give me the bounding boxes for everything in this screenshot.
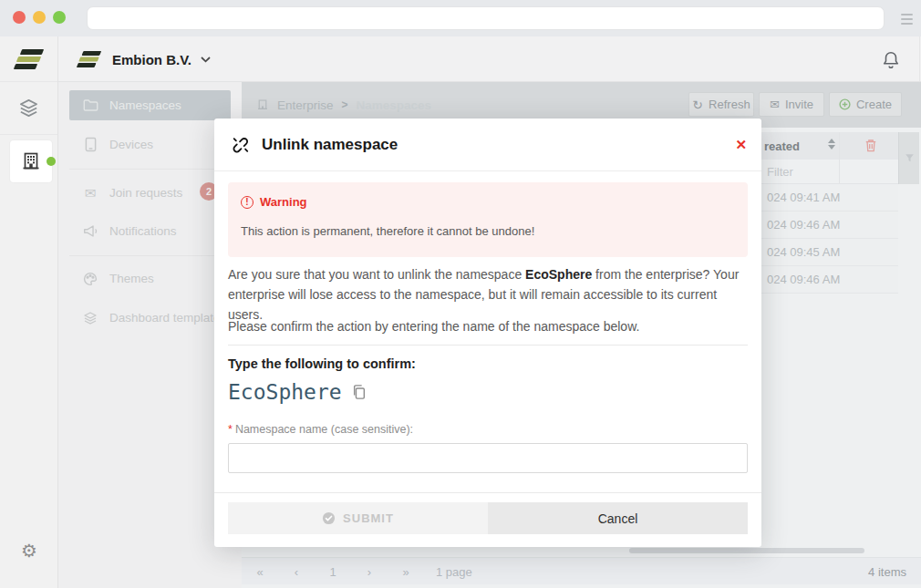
app-header: Embion B.V. [58, 36, 921, 82]
create-button[interactable]: Create [829, 92, 902, 117]
horizontal-scrollbar[interactable] [629, 548, 864, 553]
pagination-bar: « ‹ 1 › » 1 page 4 items [242, 557, 921, 584]
invite-button-label: Invite [785, 98, 813, 111]
required-asterisk: * [228, 423, 233, 436]
icon-rail: ⚙ [0, 36, 58, 588]
pagination-page-info: 1 page [436, 565, 472, 579]
namespace-input-label: *Namespace name (case sensitive): [228, 423, 413, 436]
rail-item-settings[interactable]: ⚙ [0, 540, 58, 562]
funnel-icon [905, 153, 915, 163]
refresh-icon: ↻ [692, 98, 703, 111]
created-cell: 024 09:46 AM [767, 218, 840, 232]
submit-button-label: SUBMIT [343, 511, 394, 525]
rail-item-enterprise[interactable] [0, 135, 57, 194]
sidebar-item-themes[interactable]: Themes [69, 263, 231, 294]
table-settings-column-header[interactable] [898, 132, 919, 184]
breadcrumb-namespaces: Namespaces [357, 98, 432, 112]
sidebar-item-label: Dashboard templates [109, 311, 226, 325]
breadcrumb-separator: > [342, 98, 348, 111]
enterprise-online-dot [47, 157, 56, 166]
layers-icon [82, 311, 98, 325]
namespace-confirm-value: EcoSphere [228, 380, 342, 404]
pagination-last-button[interactable]: » [388, 558, 424, 585]
input-label-text: Namespace name (case sensitive): [235, 423, 413, 436]
cancel-button-label: Cancel [598, 511, 638, 526]
layers-icon [18, 98, 39, 119]
sidebar-item-namespaces[interactable]: Namespaces [69, 90, 231, 120]
header-divider [919, 36, 920, 81]
browser-chrome [0, 0, 921, 36]
created-column-header[interactable]: reated [764, 139, 800, 153]
filter-input[interactable]: Filter [767, 165, 793, 179]
sidebar-item-devices[interactable]: Devices [69, 129, 231, 160]
notifications-bell-button[interactable] [881, 49, 901, 70]
refresh-button[interactable]: ↻ Refresh [688, 92, 754, 117]
sidebar-item-notifications[interactable]: Notifications [69, 216, 231, 246]
sidebar-divider [69, 255, 231, 256]
chevron-down-icon [201, 57, 211, 63]
modal-divider [228, 345, 748, 346]
confirm-instruction-text: Please confirm the action by entering th… [228, 316, 748, 336]
close-icon[interactable]: ✕ [735, 137, 747, 153]
sidebar-item-dashboard-templates[interactable]: Dashboard templates [69, 303, 231, 333]
warning-text: This action is permanent, therefore it c… [241, 224, 534, 238]
window-minimize-button[interactable] [33, 11, 46, 24]
warning-alert: ! Warning This action is permanent, ther… [228, 182, 748, 257]
plus-circle-icon [839, 98, 851, 110]
create-button-label: Create [856, 98, 892, 111]
sidebar-item-label: Namespaces [109, 98, 181, 112]
pagination-first-button[interactable]: « [242, 558, 278, 585]
breadcrumb-enterprise[interactable]: Enterprise [277, 98, 334, 112]
warning-circle-icon: ! [241, 196, 254, 209]
unlink-icon [231, 135, 251, 155]
building-icon [256, 98, 269, 111]
megaphone-icon [82, 224, 98, 238]
org-name: Embion B.V. [112, 52, 191, 67]
body-namespace-name: EcoSphere [525, 267, 592, 282]
rail-logo[interactable] [0, 36, 57, 82]
refresh-button-label: Refresh [709, 98, 750, 111]
bell-icon [881, 49, 901, 70]
envelope-icon: ✉ [770, 98, 780, 110]
namespace-name-input[interactable] [228, 443, 748, 473]
sort-icon[interactable] [828, 139, 835, 150]
pagination-next-button[interactable]: › [351, 558, 388, 585]
browser-menu-icon[interactable] [901, 11, 913, 27]
palette-icon [82, 272, 98, 286]
address-bar[interactable] [87, 6, 885, 30]
app-root: ⚙ Embion B.V. Namespac [0, 0, 921, 588]
modal-footer-divider [214, 492, 761, 493]
sidebar-item-label: Notifications [109, 224, 177, 238]
invite-button[interactable]: ✉ Invite [759, 92, 824, 117]
modal-title: Unlink namespace [262, 136, 398, 154]
window-zoom-button[interactable] [53, 11, 66, 24]
sidebar-item-label: Devices [109, 138, 153, 151]
unlink-namespace-modal: Unlink namespace ✕ ! Warning This action… [214, 119, 761, 547]
created-cell: 024 09:41 AM [767, 191, 840, 204]
body-text-pre: Are you sure that you want to unlink the… [228, 267, 525, 282]
warning-title: Warning [260, 195, 307, 209]
org-switcher[interactable]: Embion B.V. [75, 36, 211, 82]
embion-logo-icon [78, 49, 100, 68]
type-to-confirm-label: Type the following to confirm: [228, 356, 416, 371]
window-close-button[interactable] [13, 11, 26, 24]
embion-logo-icon [15, 47, 43, 71]
pagination-items-count: 4 items [868, 565, 906, 579]
pagination-prev-button[interactable]: ‹ [278, 558, 315, 585]
created-cell: 024 09:45 AM [767, 245, 840, 259]
sidebar-item-label: Join requests [109, 186, 182, 200]
sidebar-item-label: Themes [109, 272, 154, 285]
gear-icon: ⚙ [21, 540, 37, 562]
modal-header: Unlink namespace ✕ [214, 119, 761, 171]
envelope-icon: ✉ [82, 185, 98, 201]
rail-item-stacks[interactable] [0, 82, 57, 135]
device-icon [82, 137, 98, 152]
cancel-button[interactable]: Cancel [488, 502, 748, 534]
submit-button[interactable]: SUBMIT [228, 502, 488, 534]
folder-icon [82, 98, 98, 112]
pagination-page-number[interactable]: 1 [315, 558, 351, 585]
copy-icon[interactable] [352, 384, 367, 400]
delete-column-trash-icon[interactable] [864, 139, 877, 152]
building-icon [20, 150, 42, 172]
sidebar-divider [69, 169, 231, 170]
